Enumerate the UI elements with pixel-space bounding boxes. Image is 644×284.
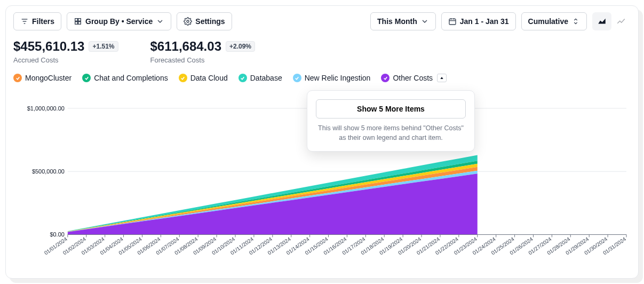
popover-hint: This will show 5 more items behind "Othe… (316, 124, 466, 143)
svg-rect-3 (75, 19, 78, 21)
chevron-down-icon (156, 17, 164, 26)
gear-icon (184, 17, 192, 26)
cumulative-button[interactable]: Cumulative (521, 12, 587, 30)
legend-item-data-cloud[interactable]: Data Cloud (179, 74, 228, 82)
check-icon (82, 74, 91, 82)
check-icon (293, 74, 301, 82)
cumulative-label: Cumulative (528, 17, 568, 26)
check-icon (13, 74, 22, 82)
legend-item-new-relic-ingestion[interactable]: New Relic Ingestion (293, 74, 371, 82)
svg-marker-12 (440, 77, 443, 79)
sort-icon (571, 17, 580, 26)
check-icon (238, 74, 247, 82)
legend-item-chat-and-completions[interactable]: Chat and Completions (82, 74, 168, 82)
legend-label: Other Costs (393, 74, 433, 82)
svg-rect-6 (78, 22, 81, 25)
filters-button[interactable]: Filters (13, 12, 61, 30)
svg-rect-5 (75, 22, 78, 25)
legend-item-mongocluster[interactable]: MongoCluster (13, 74, 71, 82)
accrued-label: Accrued Costs (13, 56, 118, 64)
legend: MongoClusterChat and CompletionsData Clo… (13, 74, 631, 82)
svg-point-7 (187, 20, 189, 22)
check-icon (179, 74, 187, 82)
legend-label: New Relic Ingestion (305, 74, 371, 82)
accrued-stat: $455,610.13 +1.51% Accrued Costs (13, 39, 118, 64)
svg-rect-8 (449, 19, 456, 25)
filters-label: Filters (32, 17, 54, 26)
forecast-label: Forecasted Costs (150, 56, 256, 64)
grid-icon (74, 17, 82, 26)
check-icon (381, 74, 389, 82)
settings-label: Settings (195, 17, 225, 26)
costs-panel: Filters Group By • Service Settings This… (5, 5, 639, 279)
forecast-delta: +2.09% (226, 41, 255, 52)
svg-text:$0.00: $0.00 (50, 231, 64, 238)
period-button[interactable]: This Month (370, 12, 436, 30)
area-chart-icon (597, 17, 607, 26)
stats-row: $455,610.13 +1.51% Accrued Costs $611,68… (13, 39, 631, 64)
area-chart-button[interactable] (592, 12, 611, 30)
line-chart-icon (616, 17, 626, 26)
line-chart-button[interactable] (611, 12, 631, 30)
svg-text:$1,000,000.00: $1,000,000.00 (27, 105, 65, 112)
svg-text:$500,000.00: $500,000.00 (32, 168, 65, 175)
legend-item-other-costs[interactable]: Other Costs (381, 74, 447, 82)
daterange-label: Jan 1 - Jan 31 (460, 17, 509, 26)
accrued-delta: +1.51% (89, 41, 118, 52)
expand-arrow-icon[interactable] (437, 74, 447, 82)
legend-label: MongoCluster (25, 74, 71, 82)
other-costs-popover: Show 5 More Items This will show 5 more … (307, 90, 475, 152)
settings-button[interactable]: Settings (177, 12, 232, 30)
svg-rect-4 (78, 19, 81, 21)
legend-label: Data Cloud (190, 74, 228, 82)
forecast-value: $611,684.03 (150, 39, 221, 54)
legend-label: Database (250, 74, 282, 82)
groupby-button[interactable]: Group By • Service (67, 12, 171, 30)
groupby-label: Group By • Service (85, 17, 153, 26)
chart-type-toggle (592, 12, 631, 30)
toolbar: Filters Group By • Service Settings This… (13, 12, 631, 30)
show-more-button[interactable]: Show 5 More Items (316, 99, 466, 119)
calendar-icon (448, 17, 457, 26)
daterange-button[interactable]: Jan 1 - Jan 31 (441, 12, 516, 30)
legend-label: Chat and Completions (94, 74, 168, 82)
accrued-value: $455,610.13 (13, 39, 84, 54)
chevron-down-icon (420, 17, 429, 26)
filter-icon (20, 17, 29, 26)
legend-item-database[interactable]: Database (238, 74, 282, 82)
period-label: This Month (377, 17, 417, 26)
forecast-stat: $611,684.03 +2.09% Forecasted Costs (150, 39, 256, 64)
